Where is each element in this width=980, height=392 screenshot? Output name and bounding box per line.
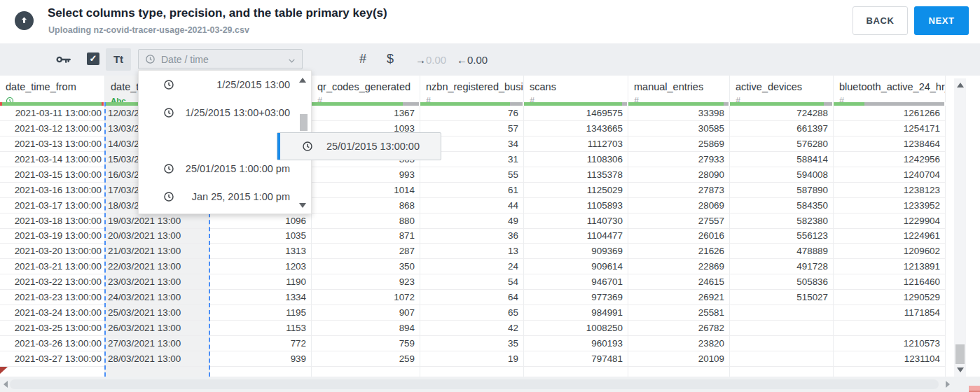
- scroll-left-icon[interactable]: [4, 381, 8, 388]
- table-cell: 1261266: [834, 106, 946, 120]
- date-format-option-4[interactable]: Jan 25, 2015 1:00 pm: [139, 183, 311, 211]
- column-name: manual_entries: [634, 81, 724, 92]
- table-cell: 1231104: [834, 351, 946, 366]
- column-header-bluetooth_active_24_hr_[interactable]: bluetooth_active_24_hr_#: [834, 76, 946, 102]
- table-cell: 1242956: [834, 152, 946, 167]
- table-cell: 64: [420, 290, 524, 304]
- table-cell: 1216460: [834, 274, 946, 289]
- upload-filename: Uploading nz-covid-tracer-usage-2021-03-…: [48, 25, 249, 35]
- boolean-type-checkbox-icon[interactable]: ✓: [87, 52, 99, 65]
- date-format-option-3[interactable]: 25/01/2015 1:00:00 pm: [139, 155, 311, 183]
- number-type-hash-tag: #: [530, 95, 622, 102]
- column-header-date_time_from[interactable]: date_time_from: [0, 76, 105, 102]
- table-cell: 505836: [730, 274, 834, 289]
- table-cell: 1014: [312, 183, 420, 197]
- column-name: scans: [530, 81, 622, 92]
- table-cell: 19/03/2021 13:00: [105, 214, 210, 228]
- table-cell: 576280: [730, 136, 834, 151]
- dropdown-scroll-up-icon[interactable]: [299, 78, 306, 83]
- table-cell: 287: [312, 244, 420, 258]
- primary-key-icon[interactable]: [56, 54, 71, 68]
- table-cell: 44: [420, 198, 524, 213]
- table-cell: 587890: [730, 183, 834, 197]
- table-row: 2021-03-27 13:00:0028/03/2021 13:0093925…: [0, 351, 946, 367]
- table-cell: 1035: [210, 229, 312, 244]
- table-cell: 26016: [628, 229, 730, 244]
- table-cell: 24/03/2021 13:00: [105, 290, 210, 304]
- date-format-label: Jan 25, 2015 1:00 pm: [192, 191, 290, 202]
- table-cell: 946701: [524, 274, 628, 289]
- corner-error-indicator: [969, 386, 980, 392]
- table-cell: 1112703: [524, 136, 628, 151]
- selected-column-left-border: [104, 102, 106, 377]
- table-cell: 759: [312, 336, 420, 351]
- table-cell: [210, 367, 312, 377]
- table-cell: [628, 367, 730, 377]
- table-cell: 1108306: [524, 152, 628, 167]
- table-cell: 1195: [210, 305, 312, 320]
- table-cell: 871: [312, 229, 420, 244]
- table-cell: 1213891: [834, 259, 946, 274]
- horizontal-scroll-thumb[interactable]: [10, 379, 939, 389]
- date-format-option-1[interactable]: 1/25/2015 13:00+03:00: [139, 99, 311, 127]
- dropdown-scroll-down-icon[interactable]: [299, 203, 306, 208]
- table-cell: 1125029: [524, 183, 628, 197]
- clock-icon: [163, 79, 174, 90]
- table-cell: 54: [420, 274, 524, 289]
- scroll-up-icon[interactable]: [957, 83, 964, 88]
- table-cell: 1240704: [834, 167, 946, 182]
- date-format-option-0[interactable]: 1/25/2015 13:00: [139, 71, 311, 99]
- table-cell: 2021-03-24 13:00:00: [0, 305, 105, 320]
- table-cell: 1140730: [524, 214, 628, 228]
- table-cell: [730, 321, 834, 335]
- table-cell: 2021-03-18 13:00:00: [0, 214, 105, 228]
- table-cell: 13: [420, 244, 524, 258]
- table-cell: [420, 367, 524, 377]
- horizontal-scrollbar[interactable]: [0, 377, 980, 392]
- table-cell: 2021-03-25 13:00:00: [0, 321, 105, 335]
- column-header-qr_codes_generated[interactable]: qr_codes_generated#: [312, 76, 420, 102]
- number-type-hash-tag: #: [634, 95, 724, 102]
- scroll-right-icon[interactable]: [946, 381, 950, 388]
- table-row: 2021-03-22 13:00:0023/03/2021 13:0011909…: [0, 274, 946, 290]
- decrease-decimal-button[interactable]: ←0.00: [457, 54, 488, 66]
- vertical-scrollbar[interactable]: [954, 78, 966, 377]
- table-cell: 797481: [524, 351, 628, 366]
- table-cell: [834, 321, 946, 335]
- table-cell: 61: [420, 183, 524, 197]
- number-type-button[interactable]: #: [359, 52, 366, 66]
- type-format-select[interactable]: Date / time: [138, 49, 303, 69]
- vertical-scroll-thumb[interactable]: [955, 344, 965, 364]
- table-cell: 36: [420, 229, 524, 244]
- table-cell: 993: [312, 167, 420, 182]
- table-cell: 28069: [628, 198, 730, 213]
- table-row: 2021-03-24 13:00:0025/03/2021 13:0011959…: [0, 305, 946, 321]
- table-cell: 2021-03-13 13:00:00: [0, 136, 105, 151]
- scroll-down-icon[interactable]: [957, 368, 964, 372]
- table-cell: 26/03/2021 13:00: [105, 321, 210, 335]
- table-cell: 1254171: [834, 121, 946, 136]
- dropdown-scroll-thumb[interactable]: [300, 114, 308, 131]
- next-button[interactable]: NEXT: [914, 6, 969, 35]
- date-format-label: 25/01/2015 13:00:00: [326, 141, 420, 152]
- text-type-button[interactable]: Tt: [106, 48, 131, 71]
- table-cell: 2021-03-17 13:00:00: [0, 198, 105, 213]
- table-cell: 27557: [628, 214, 730, 228]
- table-cell: 24615: [628, 274, 730, 289]
- increase-decimal-button[interactable]: →0.00: [415, 54, 446, 66]
- table-cell: 35: [420, 336, 524, 351]
- column-header-scans[interactable]: scans#: [524, 76, 628, 102]
- table-cell: 21626: [628, 244, 730, 258]
- column-header-nzbn_registered_busine[interactable]: nzbn_registered_busine#: [420, 76, 524, 102]
- table-cell: 259: [312, 351, 420, 366]
- table-cell: 1190: [210, 274, 312, 289]
- column-header-manual_entries[interactable]: manual_entries#: [628, 76, 730, 102]
- table-cell: 478889: [730, 244, 834, 258]
- column-name: bluetooth_active_24_hr_: [839, 81, 939, 92]
- clock-icon: [163, 163, 174, 174]
- type-format-select-value: Date / time: [161, 54, 209, 65]
- back-button[interactable]: BACK: [853, 6, 908, 35]
- table-cell: 30585: [628, 121, 730, 136]
- currency-type-button[interactable]: $: [387, 52, 394, 66]
- column-header-active_devices[interactable]: active_devices#: [730, 76, 834, 102]
